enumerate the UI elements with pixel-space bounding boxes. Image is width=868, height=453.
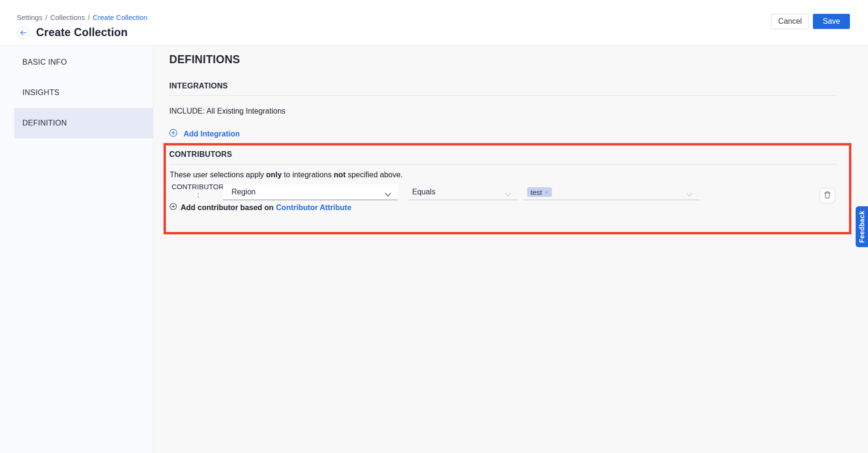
breadcrumb-settings[interactable]: Settings (17, 13, 42, 21)
feedback-tab-label: Feedback (858, 211, 866, 243)
add-contributor-row[interactable]: Add contributor based on Contributor Att… (170, 203, 351, 212)
delete-contributor-button[interactable] (820, 188, 835, 203)
contributor-label-text: CONTRIBUTOR (172, 183, 219, 191)
page-header: Settings/Collections/Create Collection C… (0, 0, 868, 46)
breadcrumb-create-collection[interactable]: Create Collection (93, 13, 147, 21)
sidebar-item-insights[interactable]: INSIGHTS (14, 77, 154, 108)
cancel-button[interactable]: Cancel (771, 14, 809, 29)
sidebar-item-definition[interactable]: DEFINITION (14, 108, 154, 138)
attribute-select-value: Region (231, 188, 256, 196)
include-integrations-text: INCLUDE: All Existing Integrations (169, 107, 286, 116)
operator-select[interactable]: Equals (408, 184, 518, 200)
values-multiselect[interactable]: test × (523, 184, 699, 200)
value-tag: test × (527, 187, 552, 197)
add-integration-label: Add Integration (183, 130, 240, 138)
back-button[interactable] (17, 27, 29, 39)
breadcrumb-separator: / (45, 13, 47, 21)
save-button[interactable]: Save (813, 14, 850, 29)
settings-sidebar: BASIC INFO INSIGHTS DEFINITION (0, 46, 154, 453)
definitions-heading: DEFINITIONS (169, 53, 240, 66)
add-integration-button[interactable]: Add Integration (169, 129, 240, 139)
contributor-label-colon: : (172, 191, 219, 199)
description-bold-only: only (266, 171, 282, 179)
page-title: Create Collection (36, 26, 128, 39)
trash-icon (824, 191, 831, 201)
chevron-down-icon (686, 190, 693, 199)
breadcrumb-collections[interactable]: Collections (50, 13, 85, 21)
circle-plus-icon (169, 129, 177, 139)
value-tag-label: test (530, 188, 542, 196)
arrow-left-icon (20, 30, 27, 36)
operator-select-value: Equals (412, 188, 435, 196)
remove-tag-icon[interactable]: × (545, 189, 549, 196)
sidebar-item-basic-info[interactable]: BASIC INFO (14, 47, 154, 77)
contributor-attribute-link[interactable]: Contributor Attribute (276, 203, 351, 212)
integrations-divider (169, 95, 837, 96)
integrations-section-label: INTEGRATIONS (169, 82, 228, 90)
description-text: These user selections apply (170, 171, 266, 179)
contributors-section-label: CONTRIBUTORS (169, 150, 232, 159)
description-text: to integrations (282, 171, 334, 179)
description-text: specified above. (346, 171, 403, 179)
chevron-down-icon (505, 190, 511, 199)
circle-plus-icon (170, 203, 177, 212)
breadcrumb-separator: / (88, 13, 90, 21)
contributor-row-label: CONTRIBUTOR : (172, 183, 219, 199)
attribute-select[interactable]: Region (223, 184, 398, 200)
breadcrumb: Settings/Collections/Create Collection (17, 13, 147, 21)
description-bold-not: not (334, 171, 346, 179)
definition-panel: DEFINITIONS INTEGRATIONS INCLUDE: All Ex… (154, 46, 868, 453)
add-contributor-prefix: Add contributor based on (181, 203, 274, 212)
chevron-down-icon (385, 190, 391, 199)
contributors-divider (169, 164, 837, 164)
feedback-tab[interactable]: Feedback (856, 206, 868, 247)
contributors-description: These user selections apply only to inte… (170, 171, 403, 179)
